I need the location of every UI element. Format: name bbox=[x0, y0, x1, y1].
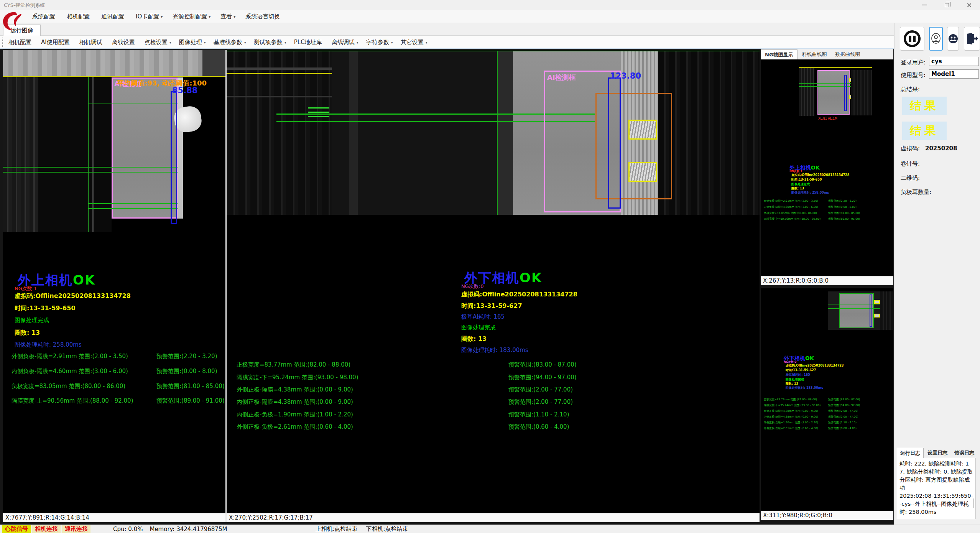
mini-stripes bbox=[799, 68, 814, 116]
mini-done: 图像处理完成 bbox=[791, 182, 810, 186]
tab-ng-snapshot[interactable]: NG截图显示 bbox=[761, 49, 797, 59]
minimize-button[interactable] bbox=[913, 0, 936, 10]
cpu-usage: Cpu: 0.0% bbox=[113, 526, 143, 533]
film-shadow-column bbox=[498, 51, 513, 215]
mini-measurement-warn: 预警范围:(2.00 - 77.00) bbox=[828, 415, 858, 419]
tool-plc-address[interactable]: PLC地址库 bbox=[290, 37, 328, 48]
lower-camera-view[interactable]: AI检测框 123.80 外下相机OK NG次数:0 虚拟码:Offline20… bbox=[227, 50, 760, 513]
mini-blue-rect bbox=[844, 75, 847, 111]
tool-camera-debug[interactable]: 相机调试 bbox=[76, 37, 108, 48]
measurement-text: 外侧正极-负极=2.61mm 范围:(0.60 - 4.00) bbox=[237, 423, 353, 431]
heartbeat-signal-badge: 心跳信号 bbox=[2, 525, 31, 533]
menu-item-system-config[interactable]: 系统配置 bbox=[28, 12, 61, 22]
chevron-down-icon: ▾ bbox=[209, 15, 210, 19]
camera-link-badge: 相机连接 bbox=[32, 525, 61, 533]
tab-label: 料线曲线图 bbox=[802, 51, 827, 58]
tab-label: 运行日志 bbox=[900, 450, 920, 457]
user-management-button[interactable] bbox=[947, 27, 959, 51]
menu-item-io-card-config[interactable]: IO卡配置▾ bbox=[131, 12, 167, 22]
tool-char-params[interactable]: 字符参数▾ bbox=[362, 37, 397, 48]
tool-image-processing[interactable]: 图像处理▾ bbox=[175, 37, 210, 48]
yellow-tab-rect bbox=[628, 120, 657, 140]
tab-data-curve[interactable]: 数据曲线图 bbox=[832, 49, 864, 59]
restore-button[interactable] bbox=[936, 0, 958, 10]
striped-roller-region bbox=[227, 51, 332, 215]
tool-test-item-params[interactable]: 测试项参数▾ bbox=[250, 37, 290, 48]
mini-stripes bbox=[880, 291, 893, 330]
measure-blue-rect bbox=[608, 77, 621, 209]
login-user-field[interactable] bbox=[929, 57, 979, 66]
upper-camera-view[interactable]: AI检测框 平均阈值:93, 动态阈值:100 85.88 外上相机OK NG次… bbox=[3, 50, 225, 513]
window-title: CYS-视觉检测系统 bbox=[4, 2, 45, 9]
mini-time: 时间:13-31-59-650 bbox=[791, 178, 822, 182]
mini-annotation: XL:81 AL:1M bbox=[818, 117, 837, 120]
measurement-warn: 预警范围:(0.60 - 4.00) bbox=[508, 423, 569, 431]
tool-label: 离线设置 bbox=[112, 39, 135, 46]
measurement-text: 隔膜宽度-上=90.56mm 范围:(88.00 - 92.00) bbox=[12, 397, 133, 405]
elapsed-line: 图像处理耗时: 183.00ms bbox=[461, 347, 528, 354]
ng-snapshot-upper-view[interactable]: XL:81 AL:1M 外上相机OK NG次数:1 虚拟码:Offline202… bbox=[761, 59, 893, 276]
minimize-icon bbox=[922, 5, 927, 5]
tool-baseline-params[interactable]: 基准线参数▾ bbox=[210, 37, 250, 48]
app-window: CYS-视觉检测系统 系统配置 相机配置 通讯配置 IO卡配置▾ 光源控制配置▾… bbox=[0, 0, 980, 533]
measurement-warn: 预警范围:(2.00 - 77.00) bbox=[508, 386, 573, 393]
tool-offline-debug[interactable]: 离线调试▾ bbox=[328, 37, 362, 48]
bright-edge-column bbox=[178, 77, 183, 219]
tab-line-curve[interactable]: 料线曲线图 bbox=[798, 49, 831, 59]
gray-hband bbox=[227, 96, 332, 97]
camera-image-top-band bbox=[3, 50, 225, 76]
menu-item-view[interactable]: 查看▾ bbox=[216, 12, 240, 22]
measurement-text: 外侧负极-隔膜=2.91mm 范围:(2.00 - 3.50) bbox=[12, 353, 128, 360]
mini-done: 图像处理完成 bbox=[786, 377, 804, 382]
virtual-code-label: 虚拟码: bbox=[901, 145, 920, 152]
measure-value-text: 85.88 bbox=[172, 86, 197, 95]
mini-measurement-warn: 预警范围:(2.20 - 3.20) bbox=[828, 199, 857, 203]
measurement-warn: 预警范围:(83.00 - 87.00) bbox=[508, 361, 577, 368]
menu-item-light-config[interactable]: 光源控制配置▾ bbox=[168, 12, 215, 22]
tab-label: 设置日志 bbox=[927, 449, 947, 456]
mini-measurement: 外侧负极-隔膜=2.91mm 范围:(2.00 - 3.50) bbox=[764, 199, 818, 203]
tool-spot-check[interactable]: 点检设置▾ bbox=[141, 37, 175, 48]
logout-button[interactable] bbox=[964, 27, 980, 51]
model-field[interactable] bbox=[929, 69, 979, 79]
chevron-down-icon: ▾ bbox=[244, 40, 246, 44]
login-user-label: 登录用户: bbox=[901, 59, 926, 66]
upper-camera-status: 上相机:点检结束 bbox=[315, 525, 357, 533]
mini-stripes bbox=[851, 70, 872, 115]
chevron-down-icon: ▾ bbox=[204, 40, 206, 44]
mini-green-hline bbox=[799, 86, 857, 87]
tab-error-log[interactable]: 错误日志 bbox=[951, 448, 977, 458]
mini-yellow-rect bbox=[874, 314, 880, 317]
ng-snapshot-lower-view[interactable]: 外下相机OK NG次数:0 虚拟码:Offline202502081331347… bbox=[761, 288, 893, 511]
log-scrollbar[interactable] bbox=[973, 498, 973, 508]
mini-measurement: 内侧负极-隔膜=4.60mm 范围:(3.00 - 6.00) bbox=[764, 205, 818, 209]
measurement-warn: 预警范围:(89.00 - 91.00) bbox=[156, 397, 225, 405]
chevron-down-icon: ▾ bbox=[284, 40, 286, 44]
tool-label: 字符参数 bbox=[366, 39, 389, 46]
tool-ai-usage-config[interactable]: AI使用配置 bbox=[37, 37, 76, 48]
tool-label: 离线调试 bbox=[332, 39, 355, 46]
upper-camera-coordinates: X:7677;Y:891;R:14;G:14;B:14 bbox=[3, 513, 225, 522]
striped-roller-region bbox=[3, 77, 38, 232]
close-button[interactable] bbox=[958, 0, 980, 10]
tab-settings-log[interactable]: 设置日志 bbox=[924, 448, 950, 458]
pause-button[interactable] bbox=[900, 27, 924, 51]
time-line: 时间:13-31-59-627 bbox=[461, 302, 522, 310]
mini-measurement-warn: 预警范围:(2.00 - 77.00) bbox=[828, 409, 858, 413]
green-hline bbox=[3, 172, 178, 173]
tab-run-log[interactable]: 运行日志 bbox=[897, 448, 924, 458]
needle-number-label: 卷针号: bbox=[901, 160, 920, 168]
tool-other-settings[interactable]: 其它设置▾ bbox=[397, 37, 431, 48]
measurement-warn: 预警范围:(81.00 - 85.00) bbox=[156, 383, 225, 390]
tool-label: 基准线参数 bbox=[214, 39, 242, 46]
menu-item-comm-config[interactable]: 通讯配置 bbox=[97, 12, 130, 22]
current-user-button[interactable] bbox=[929, 27, 943, 51]
log-content[interactable]: 耗时: 222, 缺陷检测耗时: 17, 缺陷分类耗时: 0, 缺陷提取分区耗时… bbox=[897, 458, 976, 519]
tool-camera-config[interactable]: 相机配置 bbox=[5, 37, 37, 48]
mini-measurement: 内侧正极-隔膜=4.38mm 范围:(0.00 - 9.00) bbox=[764, 415, 818, 419]
menu-label: IO卡配置 bbox=[136, 13, 159, 20]
menu-item-language-switch[interactable]: 系统语言切换 bbox=[241, 12, 286, 22]
menu-item-camera-config[interactable]: 相机配置 bbox=[62, 12, 96, 22]
tool-offline-settings[interactable]: 离线设置 bbox=[108, 37, 141, 48]
yellow-tab-rect bbox=[628, 162, 657, 182]
